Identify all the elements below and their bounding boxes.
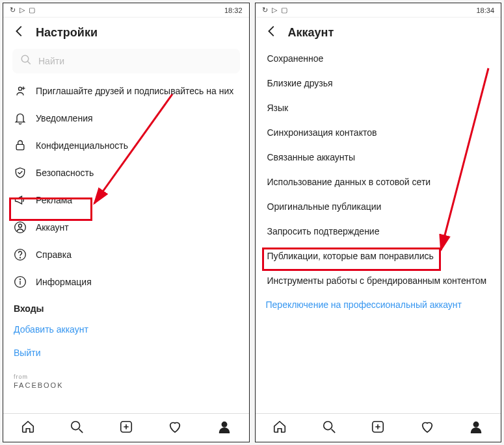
list-item-language[interactable]: Язык	[256, 95, 501, 120]
switch-pro-link[interactable]: Переключение на профессиональный аккаунт	[256, 293, 501, 316]
search-nav-icon[interactable]	[70, 420, 84, 437]
item-label: Синхронизация контактов	[267, 127, 377, 138]
item-label: Конфиденциальность	[36, 140, 128, 151]
phone-settings: ↻ ▷ ▢ 18:32 Настройки Найти Приглашайте …	[3, 3, 250, 442]
item-label: Использование данных в сотовой сети	[267, 177, 431, 187]
help-icon	[14, 248, 27, 261]
create-icon[interactable]	[119, 420, 133, 437]
list-item-cellular[interactable]: Использование данных в сотовой сети	[256, 170, 501, 194]
item-label: Запросить подтверждение	[267, 226, 380, 236]
item-label: Реклама	[36, 195, 72, 205]
item-label: Инструменты работы с брендированным конт…	[267, 275, 487, 286]
status-time: 18:32	[224, 6, 243, 14]
list-item-ads[interactable]: Реклама	[3, 186, 249, 214]
phone-account: ↻ ▷ ▢ 18:34 Аккаунт Сохраненное Близкие …	[255, 3, 502, 442]
item-label: Приглашайте друзей и подписывайтесь на н…	[36, 86, 233, 96]
footer-facebook: FACEBOOK	[3, 381, 249, 398]
svg-point-1	[19, 87, 22, 90]
item-label: Справка	[36, 249, 72, 260]
title-bar: Настройки	[3, 18, 249, 46]
list-item-security[interactable]: Безопасность	[3, 159, 249, 186]
list-item-linked[interactable]: Связанные аккаунты	[256, 145, 501, 170]
list-item-liked-posts[interactable]: Публикации, которые вам понравились	[256, 244, 501, 268]
status-bar: ↻ ▷ ▢ 18:32	[3, 3, 249, 18]
refresh-icon: ↻	[262, 6, 268, 14]
activity-icon[interactable]	[168, 420, 182, 437]
lock-icon	[14, 139, 27, 152]
item-label: Аккаунт	[36, 222, 69, 233]
list-item-contacts[interactable]: Синхронизация контактов	[256, 120, 501, 145]
list-item-info[interactable]: Информация	[3, 268, 249, 296]
profile-icon[interactable]	[469, 420, 483, 437]
create-icon[interactable]	[371, 420, 385, 437]
svg-point-8	[20, 279, 21, 279]
add-account-link[interactable]: Добавить аккаунт	[3, 318, 249, 341]
item-label: Уведомления	[36, 113, 93, 123]
title-bar: Аккаунт	[256, 18, 501, 46]
item-label: Язык	[267, 103, 289, 113]
bell-icon	[14, 112, 27, 125]
footer-from: from	[3, 364, 249, 381]
item-label: Близкие друзья	[267, 78, 333, 88]
back-icon[interactable]	[12, 24, 27, 41]
activity-icon[interactable]	[420, 420, 434, 437]
svg-point-9	[72, 421, 80, 429]
list-item-notifications[interactable]: Уведомления	[3, 105, 249, 132]
list-item-help[interactable]: Справка	[3, 241, 249, 268]
item-label: Информация	[36, 277, 92, 287]
logout-link[interactable]: Выйти	[3, 341, 249, 364]
status-bar: ↻ ▷ ▢ 18:34	[256, 3, 501, 18]
item-label: Оригинальные публикации	[267, 201, 382, 212]
svg-point-6	[20, 257, 21, 258]
home-icon[interactable]	[21, 420, 35, 437]
svg-point-13	[324, 421, 332, 429]
item-label: Публикации, которые вам понравились	[267, 251, 434, 261]
square-icon: ▢	[281, 6, 287, 14]
person-icon	[14, 221, 27, 234]
item-label: Сохраненное	[267, 53, 324, 64]
megaphone-icon	[14, 194, 27, 207]
home-icon[interactable]	[272, 420, 287, 437]
account-list: Сохраненное Близкие друзья Язык Синхрони…	[256, 46, 501, 413]
list-item-account[interactable]: Аккаунт	[3, 214, 249, 241]
list-item-original[interactable]: Оригинальные публикации	[256, 194, 501, 219]
list-item-invite[interactable]: Приглашайте друзей и подписывайтесь на н…	[3, 77, 249, 105]
svg-point-11	[222, 422, 226, 426]
back-icon[interactable]	[265, 24, 279, 41]
svg-rect-2	[16, 144, 24, 149]
list-item-privacy[interactable]: Конфиденциальность	[3, 132, 249, 159]
profile-icon[interactable]	[217, 420, 232, 437]
status-time: 18:34	[476, 6, 494, 14]
search-placeholder: Найти	[38, 56, 64, 66]
info-icon	[14, 275, 27, 288]
search-icon	[20, 54, 32, 68]
bottom-nav	[256, 413, 501, 442]
logins-heading: Входы	[3, 296, 249, 318]
list-item-branded[interactable]: Инструменты работы с брендированным конт…	[256, 268, 501, 293]
svg-point-15	[474, 422, 479, 426]
settings-list: Приглашайте друзей и подписывайтесь на н…	[3, 77, 249, 413]
svg-point-4	[19, 224, 22, 227]
item-label: Связанные аккаунты	[267, 152, 356, 162]
refresh-icon: ↻	[10, 6, 16, 14]
search-nav-icon[interactable]	[322, 420, 336, 437]
page-title: Настройки	[36, 26, 98, 40]
bottom-nav	[3, 413, 249, 442]
list-item-saved[interactable]: Сохраненное	[256, 46, 501, 71]
search-input[interactable]: Найти	[12, 49, 240, 73]
page-title: Аккаунт	[288, 26, 334, 40]
play-icon: ▷	[272, 6, 277, 14]
item-label: Безопасность	[36, 168, 94, 178]
svg-point-0	[21, 55, 29, 62]
list-item-verify[interactable]: Запросить подтверждение	[256, 219, 501, 244]
list-item-close-friends[interactable]: Близкие друзья	[256, 71, 501, 95]
square-icon: ▢	[29, 6, 35, 14]
invite-icon	[14, 84, 27, 97]
shield-icon	[14, 166, 27, 179]
play-icon: ▷	[20, 6, 25, 14]
